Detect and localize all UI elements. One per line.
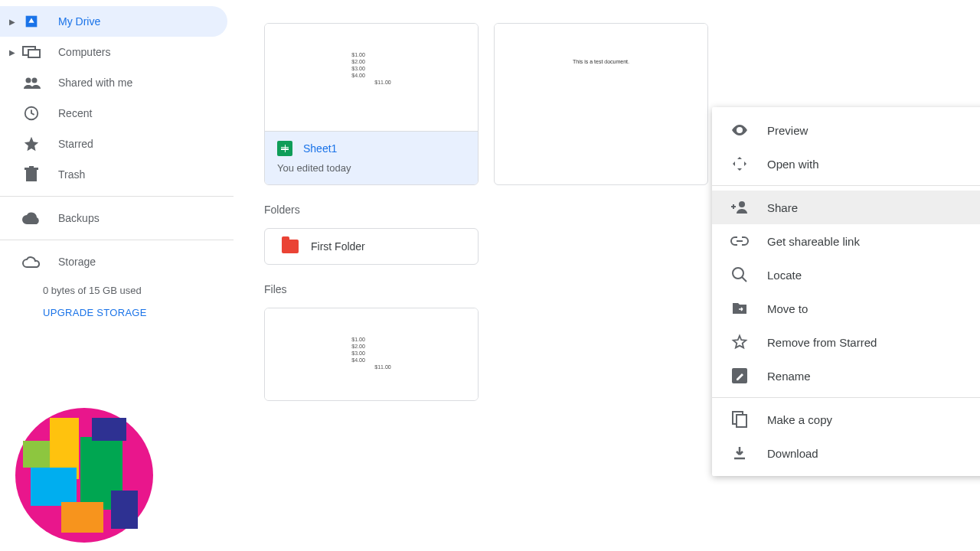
menu-label: Remove from Starred — [767, 336, 877, 349]
watermark-logo — [8, 403, 168, 548]
nav-computers[interactable]: ▶ Computers — [0, 37, 227, 67]
people-icon — [21, 73, 41, 93]
trash-icon — [21, 165, 41, 184]
svg-point-12 — [733, 268, 743, 279]
file-preview: $1.00 $2.00 $3.00 $4.00 $11.00 — [265, 308, 478, 400]
cloud-outline-icon — [21, 252, 41, 272]
menu-locate[interactable]: Locate — [712, 258, 980, 292]
computers-icon — [21, 42, 41, 62]
svg-point-10 — [738, 129, 741, 132]
nav-storage[interactable]: Storage — [0, 246, 227, 277]
folder-icon — [282, 240, 299, 253]
menu-label: Preview — [767, 124, 808, 137]
folder-name: First Folder — [311, 240, 365, 253]
menu-make-copy[interactable]: Make a copy — [712, 403, 980, 436]
menu-share[interactable]: Share — [712, 191, 980, 224]
clock-icon — [21, 103, 41, 123]
svg-rect-20 — [92, 418, 126, 441]
svg-rect-8 — [24, 168, 38, 170]
file-preview: $1.00 $2.00 $3.00 $4.00 $11.00 — [265, 24, 478, 131]
nav-trash[interactable]: Trash — [0, 159, 227, 190]
svg-point-5 — [32, 78, 38, 83]
copy-icon — [730, 410, 749, 429]
menu-remove-starred[interactable]: Remove from Starred — [712, 325, 980, 359]
svg-rect-21 — [61, 502, 103, 533]
menu-label: Make a copy — [767, 413, 832, 426]
nav-backups[interactable]: Backups — [0, 203, 227, 233]
svg-rect-22 — [111, 491, 138, 529]
svg-point-4 — [26, 78, 31, 83]
svg-rect-7 — [26, 170, 37, 181]
nav-label: Starred — [58, 138, 93, 150]
nav-label: Shared with me — [58, 77, 132, 89]
storage-usage: 0 bytes of 15 GB used — [43, 285, 234, 296]
menu-label: Rename — [767, 370, 811, 383]
sheets-icon — [277, 141, 292, 156]
svg-rect-9 — [29, 166, 34, 168]
nav-label: Storage — [58, 256, 96, 268]
file-card-doc[interactable]: This is a test document. — [494, 23, 708, 185]
person-add-icon — [730, 198, 749, 217]
expand-icon[interactable]: ▶ — [9, 18, 21, 26]
file-name: Sheet1 — [303, 142, 337, 155]
folder-move-icon — [730, 299, 749, 318]
main-content: $1.00 $2.00 $3.00 $4.00 $11.00 Sheet1 Yo… — [234, 0, 980, 551]
divider — [0, 196, 234, 197]
menu-open-with[interactable]: Open with › — [712, 147, 980, 181]
file-subtitle: You edited today — [277, 162, 466, 174]
nav-label: Recent — [58, 107, 92, 119]
search-icon — [730, 266, 749, 284]
menu-divider — [712, 397, 980, 398]
svg-rect-23 — [23, 441, 50, 468]
eye-icon — [730, 121, 749, 139]
menu-label: Move to — [767, 302, 808, 315]
upgrade-storage-link[interactable]: UPGRADE STORAGE — [43, 307, 234, 318]
folder-card[interactable]: First Folder — [264, 228, 479, 265]
svg-point-11 — [739, 201, 745, 207]
file-card-sheet1b[interactable]: $1.00 $2.00 $3.00 $4.00 $11.00 — [264, 308, 479, 401]
menu-label: Share — [767, 201, 798, 214]
nav-recent[interactable]: Recent — [0, 98, 227, 129]
menu-get-link[interactable]: Get shareable link — [712, 224, 980, 258]
file-card-sheet1[interactable]: $1.00 $2.00 $3.00 $4.00 $11.00 Sheet1 Yo… — [264, 23, 479, 185]
menu-label: Download — [767, 447, 818, 460]
nav-label: Backups — [58, 212, 100, 224]
nav-label: My Drive — [58, 15, 100, 28]
svg-rect-19 — [31, 468, 77, 506]
cloud-icon — [21, 208, 41, 228]
nav-label: Trash — [58, 168, 85, 181]
download-icon — [730, 444, 749, 462]
expand-icon[interactable]: ▶ — [9, 48, 21, 57]
svg-rect-15 — [737, 415, 746, 427]
nav-shared[interactable]: Shared with me — [0, 67, 227, 98]
menu-preview[interactable]: Preview — [712, 113, 980, 147]
star-icon — [21, 134, 41, 154]
svg-rect-3 — [28, 50, 40, 57]
divider — [0, 240, 234, 240]
context-menu: Preview Open with › Share Get shareable … — [712, 107, 980, 476]
file-preview: This is a test document. — [495, 24, 707, 131]
rename-icon — [730, 367, 749, 385]
menu-rename[interactable]: Rename — [712, 359, 980, 393]
link-icon — [730, 232, 749, 250]
nav-my-drive[interactable]: ▶ My Drive — [0, 6, 227, 37]
menu-divider — [712, 185, 980, 186]
star-outline-icon — [730, 333, 749, 351]
nav-label: Computers — [58, 46, 110, 58]
menu-label: Get shareable link — [767, 235, 860, 248]
menu-label: Locate — [767, 269, 802, 282]
nav-starred[interactable]: Starred — [0, 129, 227, 159]
open-with-icon — [730, 155, 749, 173]
drive-icon — [21, 11, 41, 31]
menu-move-to[interactable]: Move to — [712, 292, 980, 325]
menu-download[interactable]: Download — [712, 436, 980, 470]
menu-label: Open with — [767, 158, 819, 171]
